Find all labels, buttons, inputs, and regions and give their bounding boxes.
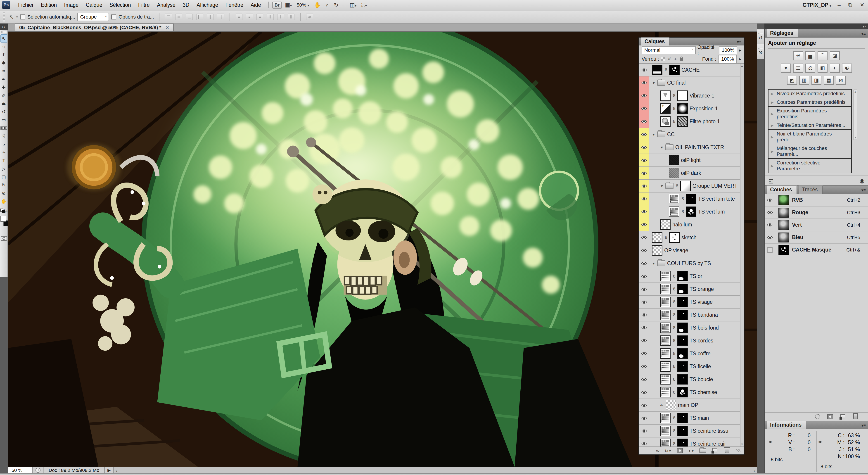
- new-channel-icon[interactable]: [839, 414, 846, 419]
- layer-thumbnail[interactable]: [669, 168, 679, 178]
- new-adjustment-layer-icon[interactable]: ◐▾: [689, 448, 694, 453]
- new-group-icon[interactable]: [699, 448, 706, 453]
- layer-visibility-toggle[interactable]: [639, 438, 649, 446]
- layer-thumbnail[interactable]: [669, 194, 679, 204]
- adjustment-icon[interactable]: ▅: [805, 51, 815, 60]
- menu-item[interactable]: Sélection: [106, 1, 134, 9]
- channel-visibility-toggle[interactable]: [765, 231, 775, 243]
- document-size-readout[interactable]: Doc : 89,2 Mo/908,2 Mo: [43, 467, 105, 473]
- collapse-right-icon[interactable]: ▸▸: [863, 25, 866, 28]
- layer-thumbnail[interactable]: [652, 65, 662, 75]
- tool-button[interactable]: ⊛: [0, 189, 7, 197]
- layer-mask-thumbnail[interactable]: [677, 439, 688, 446]
- layer-visibility-toggle[interactable]: [639, 102, 649, 115]
- layer-name[interactable]: CC: [667, 131, 675, 138]
- adjustment-icon[interactable]: ◧: [817, 64, 828, 72]
- hand-tool-icon[interactable]: ✋: [312, 2, 323, 8]
- layer-visibility-toggle[interactable]: [639, 192, 649, 205]
- lock-transparency-icon[interactable]: [661, 57, 665, 61]
- adjustment-icon[interactable]: ▦: [824, 76, 834, 85]
- channel-row[interactable]: Vert Ctrl+4: [765, 219, 868, 231]
- layer-name[interactable]: Vibrance 1: [689, 93, 714, 99]
- save-selection-as-channel-icon[interactable]: [827, 414, 834, 419]
- document-tab[interactable]: 05_Capitaine_BlackBones_OP.psd @ 50% (CA…: [15, 24, 174, 31]
- preset-row[interactable]: ▶ Mélangeur de couches Paramè...: [769, 144, 851, 159]
- layer-thumbnail[interactable]: [652, 232, 662, 243]
- layer-thumbnail[interactable]: [669, 155, 679, 165]
- layer-name[interactable]: halo lum: [672, 222, 692, 228]
- menu-item[interactable]: Edition: [37, 1, 60, 9]
- status-options-arrow[interactable]: ▶: [105, 467, 114, 473]
- adjustment-icon[interactable]: ☀: [793, 51, 803, 60]
- opacity-field[interactable]: 100%: [719, 46, 737, 54]
- tool-button[interactable]: ▭: [0, 116, 7, 124]
- minimize-button[interactable]: –: [836, 2, 842, 8]
- layer-row[interactable]: ▼ 8 Groupe LUM VERT: [639, 180, 741, 192]
- tool-button[interactable]: ✚: [0, 83, 7, 91]
- tool-button[interactable]: ↖: [0, 34, 7, 42]
- dock-collapse-bar[interactable]: ◀◀ ▸▸: [757, 24, 868, 29]
- restore-button[interactable]: ⧉: [847, 2, 854, 8]
- fill-spinner[interactable]: ▶: [739, 57, 741, 61]
- layer-name[interactable]: TS ceinture tissu: [689, 428, 728, 434]
- layer-name[interactable]: main OP: [678, 402, 698, 408]
- expander-icon[interactable]: ▶: [771, 100, 773, 105]
- preset-row[interactable]: ▶ Niveaux Paramètres prédéfinis: [769, 90, 851, 98]
- layer-mask-thumbnail[interactable]: [677, 284, 688, 294]
- tab-traces[interactable]: Tracés: [799, 185, 822, 194]
- menu-item[interactable]: Image: [60, 1, 82, 9]
- layer-visibility-toggle[interactable]: [639, 347, 649, 360]
- layer-row[interactable]: halo lum: [639, 218, 741, 231]
- menu-item[interactable]: Fenêtre: [222, 1, 247, 9]
- zoom-tool-icon[interactable]: ⌕: [324, 2, 331, 8]
- adjustment-icon[interactable]: ☰: [793, 64, 803, 72]
- layer-mask-thumbnail[interactable]: [680, 181, 691, 191]
- group-expander-icon[interactable]: ▼: [660, 145, 663, 149]
- channel-visibility-toggle[interactable]: [765, 244, 775, 256]
- layer-thumbnail[interactable]: [660, 90, 671, 101]
- channel-visibility-toggle[interactable]: [765, 207, 775, 218]
- layer-mask-thumbnail[interactable]: [677, 361, 688, 372]
- layer-mask-thumbnail[interactable]: [677, 103, 688, 114]
- layer-style-icon[interactable]: fx▾: [665, 448, 671, 453]
- layer-thumbnail[interactable]: [666, 400, 676, 410]
- tool-button[interactable]: ℓ: [0, 51, 7, 59]
- default-colors-icon[interactable]: [0, 209, 3, 212]
- layer-visibility-toggle[interactable]: [639, 180, 649, 192]
- layer-visibility-toggle[interactable]: [639, 64, 649, 76]
- layers-scrollbar[interactable]: ▲▼: [740, 64, 744, 446]
- tool-button[interactable]: ↺: [0, 108, 7, 116]
- tool-presets-panel-icon[interactable]: ⚒: [757, 44, 764, 59]
- menu-item[interactable]: Fichier: [14, 1, 37, 9]
- history-panel-icon[interactable]: ↺: [757, 29, 764, 44]
- adjustment-icon[interactable]: ▥: [799, 76, 809, 85]
- menu-item[interactable]: Calque: [82, 1, 106, 9]
- layer-thumbnail[interactable]: [660, 361, 671, 372]
- layer-name[interactable]: oilP dark: [681, 170, 701, 176]
- layer-mask-thumbnail[interactable]: [669, 65, 680, 75]
- layer-row[interactable]: 8 TS bandana: [639, 308, 741, 321]
- layer-visibility-toggle[interactable]: [639, 77, 649, 89]
- layer-thumbnail[interactable]: [669, 207, 679, 217]
- resize-grip[interactable]: [736, 449, 740, 452]
- layer-row[interactable]: 8 TS visage: [639, 296, 741, 308]
- layer-row[interactable]: 8 TS vert lum tete: [639, 192, 741, 205]
- tool-button[interactable]: ⏏: [0, 99, 7, 108]
- expander-icon[interactable]: ▶: [771, 164, 773, 168]
- layer-name[interactable]: TS cordes: [689, 338, 713, 344]
- channel-visibility-toggle[interactable]: [765, 194, 775, 206]
- foreground-color-swatch[interactable]: [0, 216, 6, 222]
- preset-row[interactable]: ▶ Correction sélective Paramètre...: [769, 159, 851, 173]
- channel-row[interactable]: CACHE Masque Ctrl+&: [765, 244, 868, 256]
- channel-row[interactable]: RVB Ctrl+2: [765, 194, 868, 207]
- layer-visibility-toggle[interactable]: [639, 205, 649, 218]
- preset-row[interactable]: ▶ Courbes Paramètres prédéfinis: [769, 98, 851, 107]
- view-extras-icon[interactable]: ▣▾: [283, 2, 293, 8]
- layer-row[interactable]: 8 TS or: [639, 270, 741, 283]
- layer-thumbnail[interactable]: [660, 219, 671, 230]
- adjustment-icon[interactable]: ⌒: [817, 51, 828, 60]
- layer-row[interactable]: oilP light: [639, 154, 741, 167]
- layer-name[interactable]: TS chemise: [689, 389, 717, 395]
- preset-row[interactable]: ▶ Exposition Paramètres prédéfinis: [769, 107, 851, 121]
- layer-mask-thumbnail[interactable]: [669, 232, 680, 243]
